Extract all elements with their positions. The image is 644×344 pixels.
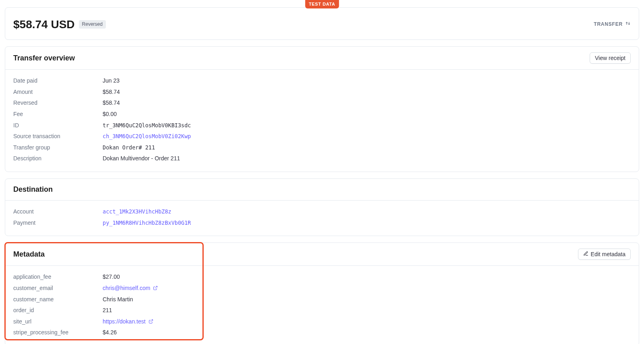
value-stripe-processing-fee: $4.26 [103, 329, 117, 337]
svg-line-1 [151, 319, 153, 322]
label-date-paid: Date paid [13, 77, 103, 85]
transfer-icon [625, 21, 631, 28]
label-application-fee: application_fee [13, 273, 103, 281]
label-source-transaction: Source transaction [13, 133, 103, 141]
label-customer-email: customer_email [13, 284, 103, 292]
destination-card: Destination Account acct_1Mk2X3HVihcHbZ8… [5, 178, 639, 236]
link-customer-email[interactable]: chris@himself.com [103, 285, 150, 291]
label-stripe-processing-fee: stripe_processing_fee [13, 329, 103, 337]
metadata-card: Metadata Edit metadata application_fee $… [5, 242, 639, 344]
label-id: ID [13, 122, 103, 130]
svg-line-0 [155, 286, 157, 288]
link-payment[interactable]: py_1NM6R8HVihcHbZ8zBxVb0G1R [103, 220, 191, 226]
label-transfer-group: Transfer group [13, 144, 103, 152]
value-order-id: 211 [103, 307, 112, 315]
transfer-amount: $58.74 USD [13, 17, 75, 32]
value-amount: $58.74 [103, 88, 120, 96]
pencil-icon [583, 251, 588, 257]
external-link-icon [149, 318, 153, 323]
value-fee: $0.00 [103, 110, 117, 118]
external-link-icon [153, 285, 158, 290]
section-title-destination: Destination [13, 184, 53, 195]
label-reversed: Reversed [13, 99, 103, 107]
value-id: tr_3NM6QuC2QlosMobV0KBI3sdc [103, 122, 191, 129]
label-description: Description [13, 155, 103, 163]
object-type-label: TRANSFER [594, 21, 631, 28]
value-transfer-group: Dokan Order# 211 [103, 144, 155, 151]
section-title-metadata: Metadata [13, 249, 45, 259]
test-data-badge: TEST DATA [305, 0, 339, 8]
section-title-overview: Transfer overview [13, 53, 75, 63]
label-amount: Amount [13, 88, 103, 96]
label-fee: Fee [13, 110, 103, 118]
link-source-transaction[interactable]: ch_3NM6QuC2QlosMobV0Zi02Kwp [103, 133, 191, 139]
link-account[interactable]: acct_1Mk2X3HVihcHbZ8z [103, 208, 171, 215]
value-application-fee: $27.00 [103, 273, 120, 281]
object-type-text: TRANSFER [594, 21, 623, 28]
label-customer-name: customer_name [13, 296, 103, 304]
status-badge: Reversed [79, 20, 106, 29]
label-payment: Payment [13, 219, 103, 227]
edit-metadata-button[interactable]: Edit metadata [578, 249, 631, 260]
transfer-overview-card: Transfer overview View receipt Date paid… [5, 46, 639, 172]
label-account: Account [13, 208, 103, 216]
value-customer-name: Chris Martin [103, 296, 133, 304]
link-site-url[interactable]: https://dokan.test [103, 318, 146, 325]
label-site-url: site_url [13, 318, 103, 326]
view-receipt-button[interactable]: View receipt [590, 52, 631, 64]
value-reversed: $58.74 [103, 99, 120, 107]
value-description: Dokan Multivendor - Order 211 [103, 155, 180, 163]
label-order-id: order_id [13, 307, 103, 315]
value-date-paid: Jun 23 [103, 77, 120, 85]
transfer-summary-card: $58.74 USD Reversed TRANSFER [5, 7, 639, 40]
